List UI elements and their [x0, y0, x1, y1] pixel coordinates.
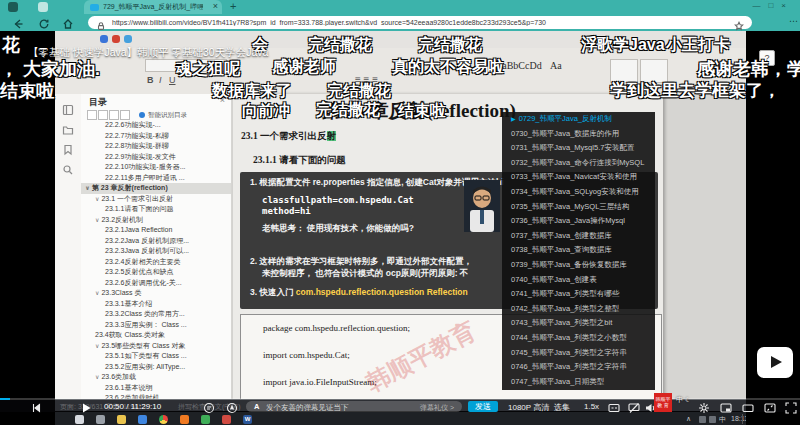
toc-item[interactable]: 22.2.10功能实现-服务器...	[81, 162, 231, 173]
settings-gear-icon[interactable]	[698, 400, 710, 412]
toc-item[interactable]: 22.2.8功能实现-群聊	[81, 141, 231, 152]
subtitle-icon[interactable]	[608, 400, 620, 412]
toc-item[interactable]: 23.5.1如下类型有 Class ...	[81, 351, 231, 362]
pane-switch-icon[interactable]	[62, 104, 74, 116]
episodes-button[interactable]: 选集	[554, 402, 570, 413]
smart-toc-label[interactable]: 智能识别目录	[148, 111, 187, 120]
speed-button[interactable]: 1.5x	[584, 402, 599, 411]
address-bar[interactable]: https://www.bilibili.com/video/BV1fh411y…	[88, 16, 752, 29]
folder-icon[interactable]	[62, 124, 74, 136]
episode-item[interactable]: 0746_韩顺平Java_列类型之字符串	[502, 360, 655, 375]
danmaku-toggle-icon[interactable]	[203, 400, 215, 412]
chevron-down-icon[interactable]: ∨	[85, 185, 90, 191]
toc-item[interactable]: ∨23.5哪些类型有 Class 对象	[81, 341, 231, 352]
browser-app-icon[interactable]	[8, 2, 18, 12]
toc-item[interactable]: ∨23.2反射机制	[81, 215, 231, 226]
toc-item[interactable]: ∨23.3Class 类	[81, 288, 231, 299]
quality-button[interactable]: 1080P 高清	[508, 402, 549, 413]
toc-item[interactable]: 23.2.4反射相关的主要类	[81, 257, 231, 268]
episode-item[interactable]: 0732_韩顺平Java_命令行连接到MySQL	[502, 156, 655, 171]
episode-item[interactable]: 0745_韩顺平Java_列类型之字符串	[502, 346, 655, 361]
chevron-down-icon[interactable]: ∨	[95, 217, 99, 223]
taskbar-icon-folder[interactable]	[117, 415, 126, 424]
episode-item[interactable]: 0735_韩顺平Java_MySQL三层结构	[502, 200, 655, 215]
play-icon[interactable]	[80, 400, 92, 412]
taskbar-icon-app-green[interactable]	[201, 415, 210, 424]
episode-item[interactable]: 0747_韩顺平Java_日期类型	[502, 375, 655, 390]
chevron-down-icon[interactable]: ∨	[95, 290, 99, 296]
danmaku-etiquette-link[interactable]: 弹幕礼仪 >	[420, 403, 454, 413]
taskbar-icon-chrome[interactable]	[159, 415, 168, 424]
tray-icon[interactable]	[699, 416, 706, 423]
tray-caret-icon[interactable]: ∧	[686, 415, 691, 423]
video-player[interactable]: B I U ≡ ≡ ≡ AaBbCcDd Aa 目录 ×	[0, 31, 800, 425]
chevron-down-icon[interactable]: ∨	[95, 374, 99, 380]
toc-toolbar-button[interactable]	[98, 110, 108, 120]
toc-item[interactable]: 22.2.6功能实现-...	[81, 120, 231, 131]
help-badge[interactable]: ?	[759, 50, 775, 66]
episode-item[interactable]: 0734_韩顺平Java_SQLyog安装和使用	[502, 185, 655, 200]
episode-item[interactable]: 0744_韩顺平Java_列类型之小数型	[502, 331, 655, 346]
bookmark-star-icon[interactable]	[734, 17, 746, 29]
toc-toolbar-button[interactable]	[87, 110, 97, 120]
tray-ime-label[interactable]: 中	[719, 415, 726, 425]
toc-toolbar-button[interactable]	[120, 110, 130, 120]
toc-item[interactable]: 23.3.1基本介绍	[81, 299, 231, 310]
toc-item[interactable]: 23.6.1基本说明	[81, 383, 231, 394]
taskbar-icon-start[interactable]	[75, 415, 84, 424]
new-tab-button[interactable]: +	[230, 0, 236, 12]
floating-play-button[interactable]	[757, 347, 793, 378]
toc-close-icon[interactable]: ×	[220, 95, 225, 105]
toc-item[interactable]: 23.2.3Java 反射机制可以...	[81, 246, 231, 257]
browser-menu-icon[interactable]: ⋯	[789, 16, 798, 26]
taskbar-icon-firefox[interactable]	[180, 415, 189, 424]
chevron-down-icon[interactable]: ∨	[95, 196, 99, 202]
toc-item[interactable]: 23.2.5反射优点和缺点	[81, 267, 231, 278]
episode-item[interactable]: 0739_韩顺平Java_备份恢复数据库	[502, 258, 655, 273]
danmaku-settings-icon[interactable]	[226, 400, 238, 412]
episode-item[interactable]: 0743_韩顺平Java_列类型之bit	[502, 316, 655, 331]
toc-item[interactable]: 23.1.1请看下面的问题	[81, 204, 231, 215]
episode-item[interactable]: 0740_韩顺平Java_创建表	[502, 273, 655, 288]
underline-button[interactable]: U	[169, 75, 176, 85]
send-danmaku-button[interactable]: 发送	[468, 401, 498, 412]
back-icon[interactable]	[12, 16, 24, 28]
minimize-button[interactable]: —	[752, 1, 768, 10]
episode-item[interactable]: 0741_韩顺平Java_列类型有哪些	[502, 287, 655, 302]
style-gallery-item[interactable]: AaBbCcDd	[495, 60, 542, 71]
show-desktop-sliver[interactable]	[742, 414, 743, 424]
web-fullscreen-icon[interactable]	[764, 400, 776, 412]
maximize-button[interactable]: □	[768, 1, 781, 10]
workspace-icon[interactable]	[38, 2, 48, 12]
taskbar-icon-edge[interactable]	[138, 415, 147, 424]
tab-close-icon[interactable]: ×	[213, 1, 218, 11]
home-icon[interactable]	[62, 16, 74, 28]
bookmark-icon[interactable]	[62, 144, 74, 156]
taskbar-icon-search[interactable]	[96, 415, 105, 424]
prev-episode-icon[interactable]	[30, 400, 42, 412]
danmaku-block-icon[interactable]	[628, 400, 640, 412]
font-name-box[interactable]	[145, 59, 199, 72]
bold-button[interactable]: B	[147, 75, 154, 85]
episode-item[interactable]: 0737_韩顺平Java_创建数据库	[502, 229, 655, 244]
toc-item[interactable]: 23.4获取 Class.类对象	[81, 330, 231, 341]
danmaku-font-icon[interactable]: A	[254, 402, 259, 411]
toc-item[interactable]: 23.5.2应用实例: AllType...	[81, 362, 231, 373]
style-gallery-item[interactable]: Aa	[550, 60, 562, 71]
toc-item[interactable]: 23.3.3应用实例： Class ...	[81, 320, 231, 331]
toc-item[interactable]: 23.2.2Java 反射机制原理...	[81, 236, 231, 247]
font-size-box[interactable]	[201, 59, 227, 72]
toc-toolbar-button[interactable]	[109, 110, 119, 120]
danmaku-input[interactable]: A 发个友善的弹幕见证当下 弹幕礼仪 >	[246, 401, 462, 412]
toc-item[interactable]: 23.3.2Class 类的常用方...	[81, 309, 231, 320]
toc-item[interactable]: 22.2.7功能实现-私聊	[81, 131, 231, 142]
episode-item[interactable]: 0738_韩顺平Java_查询数据库	[502, 243, 655, 258]
episode-item[interactable]: 0731_韩顺平Java_Mysql5.7安装配置	[502, 141, 655, 156]
mini-player-icon[interactable]	[720, 400, 732, 412]
episode-item[interactable]: 0742_韩顺平Java_列类型之整型	[502, 302, 655, 317]
url-text[interactable]: https://www.bilibili.com/video/BV1fh411y…	[112, 19, 712, 26]
toc-item[interactable]: ∨23.1 一个需求引出反射	[81, 194, 231, 205]
episode-item[interactable]: ▶0729_韩顺平Java_反射机制	[502, 112, 655, 127]
toc-item[interactable]: 22.2.9功能实现-发文件	[81, 152, 231, 163]
close-window-button[interactable]: ×	[781, 1, 794, 10]
